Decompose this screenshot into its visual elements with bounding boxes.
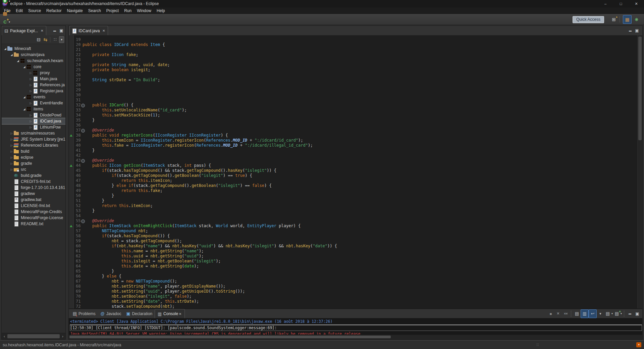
menu-source[interactable]: Source xyxy=(25,8,44,14)
tree-item-items[interactable]: items xyxy=(2,106,65,112)
collapsed-arrow-icon[interactable] xyxy=(9,156,14,159)
tree-item-references-ja[interactable]: References.ja xyxy=(2,82,65,88)
open-console-button[interactable]: ▾ xyxy=(613,310,622,318)
override-marker-icon[interactable] xyxy=(70,164,72,167)
expanded-arrow-icon[interactable] xyxy=(22,96,26,99)
expanded-arrow-icon[interactable] xyxy=(16,59,20,62)
package-explorer-hscrollbar[interactable]: ‹ › xyxy=(2,333,65,339)
override-marker-icon[interactable] xyxy=(70,225,72,227)
tree-item-eclipse[interactable]: eclipse xyxy=(2,154,65,160)
min-button[interactable] xyxy=(626,310,634,318)
expanded-arrow-icon[interactable] xyxy=(9,53,14,56)
collapsed-arrow-icon[interactable] xyxy=(9,168,14,171)
tree-item-build-gradle[interactable]: build.gradle xyxy=(2,172,65,179)
collapsed-arrow-icon[interactable] xyxy=(29,120,33,123)
scroll-left-icon[interactable]: ‹ xyxy=(2,335,7,338)
quick-access-button[interactable]: Quick Access xyxy=(573,16,604,23)
tree-item-src[interactable]: src xyxy=(2,166,65,172)
console-output[interactable]: <terminated> Client [Java Application] C… xyxy=(69,318,642,335)
tree-item-minecraftforge-credits[interactable]: MinecraftForge-Credits xyxy=(2,209,65,215)
tree-item-referenced-libraries[interactable]: Referenced Libraries xyxy=(2,142,65,148)
collapsed-arrow-icon[interactable] xyxy=(29,78,33,81)
view-content-button[interactable] xyxy=(52,36,58,43)
collapsed-arrow-icon[interactable] xyxy=(29,90,33,93)
tree-item-events[interactable]: events xyxy=(2,94,65,100)
tree-item-register-java[interactable]: Register.java xyxy=(2,88,65,94)
menu-refactor[interactable]: Refactor xyxy=(44,8,64,14)
tree-item-readme-txt[interactable]: README.txt xyxy=(2,221,65,227)
menu-navigate[interactable]: Navigate xyxy=(64,8,85,14)
scroll-lock-button[interactable] xyxy=(581,309,589,318)
console-hscrollbar[interactable] xyxy=(69,335,642,339)
tree-item-credits-fml-txt[interactable]: CREDITS-fml.txt xyxy=(2,179,65,185)
maximize-editor-button[interactable] xyxy=(634,27,640,34)
menu-search[interactable]: Search xyxy=(86,8,104,14)
scrollbar-thumb[interactable] xyxy=(69,336,391,338)
tree-item-core[interactable]: core xyxy=(2,64,65,70)
tree-item-license-fml-txt[interactable]: LICENSE-fml.txt xyxy=(2,203,65,209)
tree-item-gradlew-bat[interactable]: gradlew.bat xyxy=(2,197,65,203)
editor-tab-idcard[interactable]: IDCard.java xyxy=(69,26,108,35)
minimize-view-button[interactable] xyxy=(51,27,58,34)
run-external-button[interactable]: ▾ xyxy=(1,0,10,5)
expanded-arrow-icon[interactable] xyxy=(3,47,7,50)
collapsed-arrow-icon[interactable] xyxy=(9,150,14,153)
maximize-window-button[interactable]: □ xyxy=(613,0,629,7)
menu-edit[interactable]: Edit xyxy=(13,8,25,14)
remove-all-button[interactable] xyxy=(562,310,569,318)
maximize-view-button[interactable] xyxy=(58,27,65,34)
link-with-editor-button[interactable] xyxy=(42,36,49,43)
console-tab-problems[interactable]: Problems xyxy=(70,309,98,318)
tree-item-minecraft[interactable]: Minecraft xyxy=(2,46,65,52)
collapsed-arrow-icon[interactable] xyxy=(9,144,14,147)
console-tab-javadoc[interactable]: Javadoc xyxy=(98,309,124,318)
tree-item-forge-1-7-10-10-13-4-161[interactable]: forge-1.7.10-10.13.4.161 xyxy=(2,185,65,191)
close-window-button[interactable]: ✕ xyxy=(629,0,644,7)
expanded-arrow-icon[interactable] xyxy=(22,108,26,111)
word-wrap-button[interactable] xyxy=(589,309,597,318)
max-button[interactable] xyxy=(634,310,641,318)
remove-launch-button[interactable] xyxy=(554,310,562,318)
new-class-button[interactable]: ▾ xyxy=(1,18,10,26)
scroll-right-icon[interactable]: › xyxy=(60,335,65,338)
collapsed-arrow-icon[interactable] xyxy=(9,162,14,165)
dropdown-caret-icon[interactable]: ▾ xyxy=(9,20,10,23)
minimize-window-button[interactable]: – xyxy=(598,0,613,7)
collapsed-arrow-icon[interactable] xyxy=(29,71,33,74)
tree-item-lithiumpow[interactable]: LithiumPow xyxy=(2,124,65,130)
console-tab-console[interactable]: Console xyxy=(155,309,185,318)
tree-item-diiodepowd[interactable]: DiiodePowd xyxy=(2,112,65,118)
tree-item-idcard-java[interactable]: IDCard.java xyxy=(2,118,65,124)
open-perspective-button[interactable] xyxy=(610,15,618,23)
menu-window[interactable]: Window xyxy=(134,8,154,14)
pin-console-button[interactable] xyxy=(597,310,604,318)
tree-item-su-hexahash-hexam[interactable]: su.hexahash.hexam xyxy=(2,58,65,64)
code-editor[interactable]: 1920212223242526272829303132333435363738… xyxy=(69,35,638,308)
tree-item-proxy[interactable]: proxy xyxy=(2,70,65,76)
collapsed-arrow-icon[interactable] xyxy=(29,114,33,117)
collapsed-arrow-icon[interactable] xyxy=(29,126,33,129)
tree-item-build[interactable]: build xyxy=(2,148,65,154)
tree-item-minecraftforge-license[interactable]: MinecraftForge-License xyxy=(2,215,65,221)
tree-item-src-main-resources[interactable]: src/main/resources xyxy=(2,130,65,136)
tree-item-src-main-java[interactable]: src/main/java xyxy=(2,52,65,58)
menu-run[interactable]: Run xyxy=(121,8,134,14)
menu-project[interactable]: Project xyxy=(104,8,121,14)
console-select-button[interactable]: ▾ xyxy=(604,310,613,318)
scrollbar-thumb[interactable] xyxy=(7,334,60,338)
console-tab-declaration[interactable]: Declaration xyxy=(123,309,155,318)
expanded-arrow-icon[interactable] xyxy=(22,65,26,68)
collapsed-arrow-icon[interactable] xyxy=(9,132,14,135)
collapsed-arrow-icon[interactable] xyxy=(29,102,33,105)
terminate-button[interactable] xyxy=(547,310,554,318)
clear-console-button[interactable] xyxy=(573,310,581,318)
dropdown-caret-icon[interactable]: ▾ xyxy=(611,312,613,315)
close-icon[interactable] xyxy=(102,28,106,34)
close-icon[interactable] xyxy=(40,28,44,34)
collapse-all-button[interactable] xyxy=(35,36,42,43)
notification-icon[interactable]: ✦ xyxy=(636,342,641,347)
tree-item-gradle[interactable]: gradle xyxy=(2,160,65,166)
package-explorer-tab[interactable]: Package Expl... xyxy=(2,26,46,35)
java-perspective-button[interactable] xyxy=(623,15,632,24)
menu-help[interactable]: Help xyxy=(154,8,168,14)
